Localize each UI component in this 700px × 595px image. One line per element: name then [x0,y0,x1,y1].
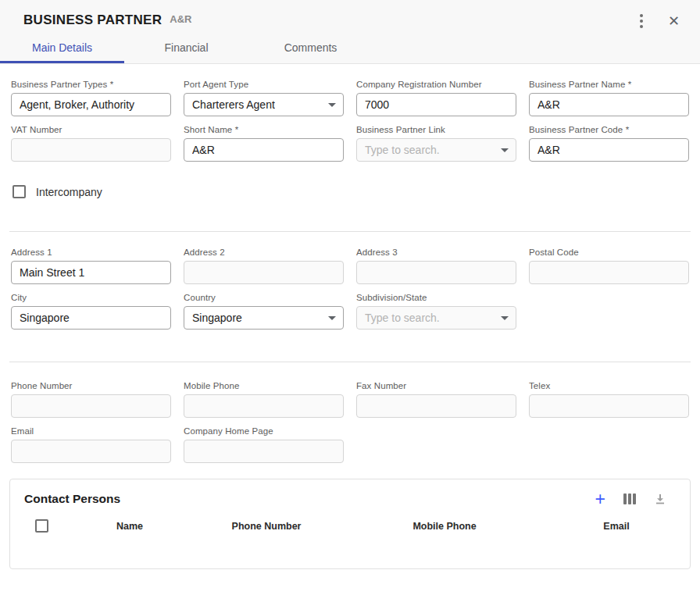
column-header-name: Name [73,521,187,532]
page-title: BUSINESS PARTNER [23,12,162,28]
field-label: Phone Number [11,381,171,390]
field-spacer [529,293,689,330]
chevron-down-icon [501,148,509,152]
field-address-1: Address 1 [11,248,171,284]
field-business-partner-name: Business Partner Name * [529,80,689,116]
field-country: Country Singapore [184,293,344,330]
page-subtitle: A&R [170,12,191,26]
field-label: Business Partner Types * [11,80,171,89]
field-label: Port Agent Type [184,80,344,89]
columns-icon[interactable] [623,493,636,504]
field-label: VAT Number [11,125,171,134]
field-label: Address 2 [184,248,344,257]
address-3-input[interactable] [356,261,516,284]
vat-number-input[interactable] [11,138,171,162]
tab-financial[interactable]: Financial [124,32,248,63]
field-city: City [11,293,171,330]
field-label: Fax Number [356,381,516,390]
column-header-email: Email [543,521,690,532]
add-contact-button[interactable]: + [595,491,605,507]
field-business-partner-types: Business Partner Types * [11,80,171,116]
business-partner-name-input[interactable] [529,93,689,116]
section-address: Address 1 Address 2 Address 3 Postal Cod… [0,232,700,330]
field-telex: Telex [529,381,689,418]
field-vat-number: VAT Number [11,125,171,162]
field-subdivision-state: Subdivision/State Type to search. [356,293,516,330]
chevron-down-icon [328,103,336,107]
subdivision-state-select[interactable]: Type to search. [356,306,516,330]
field-short-name: Short Name * [184,125,344,162]
fax-number-input[interactable] [356,394,516,418]
field-label: Email [11,426,171,436]
field-label: Mobile Phone [184,381,344,390]
mobile-phone-input[interactable] [184,394,344,418]
field-label: Company Home Page [184,426,344,436]
contact-persons-card: Contact Persons + Name Phone Number Mobi… [9,479,691,569]
city-input[interactable] [11,306,171,330]
tab-comments[interactable]: Comments [248,32,373,63]
intercompany-label: Intercompany [36,186,102,198]
field-label: Business Partner Link [356,125,516,134]
port-agent-type-select[interactable]: Charterers Agent [184,93,344,116]
field-label: Short Name * [184,125,344,134]
dialog-header: BUSINESS PARTNER A&R ✕ Main Details Fina… [0,0,700,64]
country-select[interactable]: Singapore [184,306,344,330]
column-header-phone-number: Phone Number [187,521,346,532]
field-postal-code: Postal Code [529,248,689,284]
field-label: Business Partner Name * [529,80,689,89]
phone-number-input[interactable] [11,394,171,418]
business-partner-code-input[interactable] [529,138,689,162]
business-partner-types-input[interactable] [11,93,171,116]
close-icon[interactable]: ✕ [668,14,680,28]
address-2-input[interactable] [184,261,344,284]
field-mobile-phone: Mobile Phone [184,381,344,418]
section-main-details: Business Partner Types * Port Agent Type… [0,64,700,162]
field-email: Email [11,426,171,463]
column-header-mobile-phone: Mobile Phone [346,521,543,532]
field-label: Telex [529,381,689,390]
tab-bar: Main Details Financial Comments [0,32,700,63]
telex-input[interactable] [529,394,689,418]
download-icon[interactable] [654,493,666,505]
contact-persons-table-header: Name Phone Number Mobile Phone Email [10,519,690,533]
field-address-3: Address 3 [356,248,516,284]
field-label: Address 3 [356,248,516,257]
field-company-home-page: Company Home Page [184,426,344,463]
postal-code-input[interactable] [529,261,689,284]
contact-persons-title: Contact Persons [24,492,120,506]
field-business-partner-code: Business Partner Code * [529,125,689,162]
short-name-input[interactable] [184,138,344,162]
field-label: Subdivision/State [356,293,516,302]
intercompany-checkbox[interactable] [12,185,26,198]
company-registration-number-input[interactable] [356,93,516,116]
field-fax-number: Fax Number [356,381,516,418]
field-port-agent-type: Port Agent Type Charterers Agent [184,80,344,116]
field-phone-number: Phone Number [11,381,171,418]
field-label: City [11,293,171,302]
email-input[interactable] [11,440,171,463]
field-label: Address 1 [11,248,171,257]
tab-main-details[interactable]: Main Details [0,32,124,63]
address-1-input[interactable] [11,261,171,284]
chevron-down-icon [501,316,509,320]
section-contact-info: Phone Number Mobile Phone Fax Number Tel… [0,362,700,463]
field-business-partner-link: Business Partner Link Type to search. [356,125,516,162]
field-label: Business Partner Code * [529,125,689,134]
intercompany-row: Intercompany [0,162,700,198]
select-all-checkbox[interactable] [35,519,48,533]
field-label: Country [184,293,344,302]
kebab-menu-icon[interactable] [635,12,648,30]
business-partner-link-select[interactable]: Type to search. [356,138,516,162]
chevron-down-icon [328,316,336,320]
field-label: Company Registration Number [356,80,516,89]
field-label: Postal Code [529,248,689,257]
field-address-2: Address 2 [184,248,344,284]
company-home-page-input[interactable] [184,440,344,463]
field-company-registration-number: Company Registration Number [356,80,516,116]
